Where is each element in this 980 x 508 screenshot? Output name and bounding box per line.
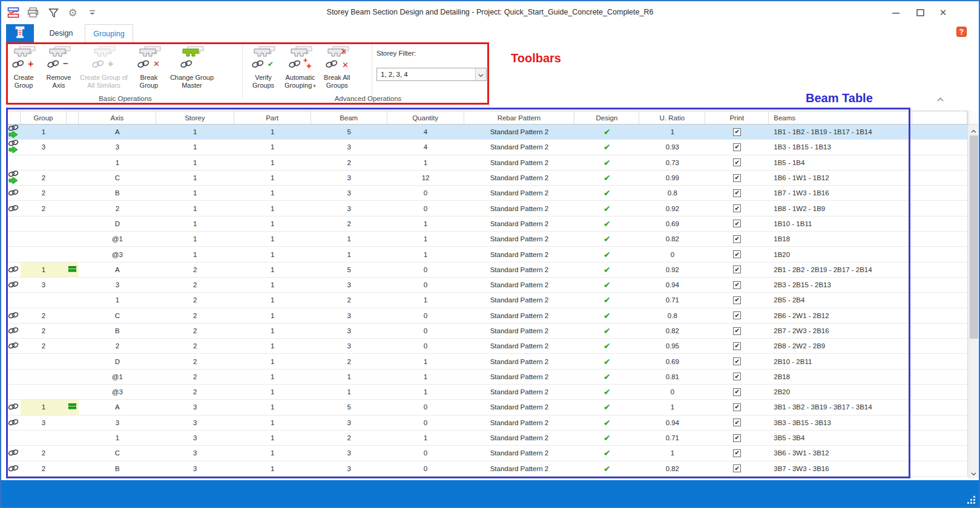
minimize-button[interactable]	[886, 5, 906, 21]
storey-filter-combobox[interactable]: 1, 2, 3, 4	[377, 68, 487, 81]
change-group-master-button[interactable]: Change GroupMaster	[169, 44, 215, 90]
table-row[interactable]: 221130Standard Pattern 2✔0.92✔1B8 - 1W2 …	[7, 201, 967, 216]
print-checkbox[interactable]: ✔	[733, 189, 741, 197]
column-header-eq[interactable]	[67, 111, 79, 124]
app-logo-icon[interactable]	[6, 6, 21, 19]
column-header-part[interactable]: Part	[234, 111, 311, 124]
column-header-storey[interactable]: Storey	[156, 111, 234, 124]
table-row[interactable]: @32111Standard Pattern 2✔0✔2B20	[7, 385, 967, 400]
column-header-print[interactable]: Print	[705, 111, 769, 124]
cell-beams: 3B1 - 3B2 - 3B19 - 3B17 - 3B14	[769, 400, 912, 414]
table-row[interactable]: 1 A3150Standard Pattern 2✔1✔3B1 - 3B2 - …	[7, 400, 967, 415]
resize-grip[interactable]	[967, 495, 975, 504]
column-header-beam[interactable]: Beam	[311, 111, 387, 124]
column-header-design[interactable]: Design	[574, 111, 639, 124]
column-header-quantity[interactable]: Quantity	[387, 111, 464, 124]
remove-axis-button[interactable]: −RemoveAxis	[44, 44, 74, 90]
table-row[interactable]: 331134Standard Pattern 2✔0.93✔1B3 - 1B15…	[7, 140, 967, 155]
print-checkbox[interactable]: ✔	[733, 250, 741, 258]
panel-collapse-chevron-icon[interactable]	[935, 95, 945, 103]
print-checkbox[interactable]: ✔	[733, 403, 741, 411]
print-checkbox[interactable]: ✔	[733, 418, 741, 426]
cell-design: ✔	[574, 400, 639, 414]
print-checkbox[interactable]: ✔	[733, 296, 741, 304]
print-checkbox[interactable]: ✔	[733, 143, 741, 151]
cell-rowicon	[7, 431, 21, 445]
maximize-button[interactable]	[910, 5, 930, 21]
table-row[interactable]: @12111Standard Pattern 2✔0.81✔2B18	[7, 370, 967, 385]
table-row[interactable]: D1121Standard Pattern 2✔0.69✔1B10 - 1B11	[7, 217, 967, 232]
table-row[interactable]: 2C2130Standard Pattern 2✔0.8✔2B6 - 2W1 -…	[7, 308, 967, 324]
cell-part: 1	[234, 431, 311, 445]
column-header-axis[interactable]: Axis	[79, 111, 156, 124]
help-button[interactable]: ?	[956, 27, 967, 37]
table-row[interactable]: 1 A2150Standard Pattern 2✔0.92✔2B1 - 2B2…	[7, 262, 967, 278]
table-row[interactable]: 2C3130Standard Pattern 2✔1✔3B6 - 3W1 - 3…	[7, 446, 967, 461]
vertical-scrollbar[interactable]	[968, 111, 978, 478]
table-row[interactable]: 12121Standard Pattern 2✔0.71✔2B5 - 2B4	[7, 293, 967, 308]
print-checkbox[interactable]: ✔	[733, 464, 741, 472]
print-checkbox[interactable]: ✔	[733, 281, 741, 289]
close-button[interactable]: ✕	[933, 5, 953, 21]
column-header-rowicon[interactable]	[7, 111, 21, 124]
print-checkbox[interactable]: ✔	[733, 174, 741, 182]
table-row[interactable]: 2B1130Standard Pattern 2✔0.8✔1B7 - 1W3 -…	[7, 186, 967, 201]
print-checkbox[interactable]: ✔	[733, 128, 741, 136]
table-row[interactable]: 13121Standard Pattern 2✔0.71✔3B5 - 3B4	[7, 431, 967, 446]
print-checkbox[interactable]: ✔	[733, 434, 741, 442]
print-checkbox[interactable]: ✔	[733, 204, 741, 212]
print-checkbox[interactable]: ✔	[733, 158, 741, 166]
app-menu-tab[interactable]	[6, 24, 34, 42]
filter-icon[interactable]	[46, 6, 61, 19]
tab-grouping[interactable]: Grouping	[85, 24, 133, 42]
toolbar-options-icon[interactable]	[87, 6, 97, 19]
table-row[interactable]: 2B2130Standard Pattern 2✔0.82✔2B7 - 2W3 …	[7, 324, 967, 339]
table-row[interactable]: 2C11312Standard Pattern 2✔0.99✔1B6 - 1W1…	[7, 171, 967, 186]
group-title-advanced: Advanced Operations	[247, 95, 489, 102]
cell-storey: 3	[156, 431, 234, 445]
print-checkbox[interactable]: ✔	[733, 220, 741, 227]
create-group-button[interactable]: +CreateGroup	[8, 44, 39, 90]
table-row[interactable]: D2121Standard Pattern 2✔0.69✔2B10 - 2B11	[7, 354, 967, 369]
print-checkbox[interactable]: ✔	[733, 311, 741, 319]
verify-groups-button[interactable]: ✔VerifyGroups	[248, 44, 278, 90]
column-header-extra[interactable]	[912, 111, 967, 124]
table-row[interactable]: 11121Standard Pattern 2✔0.73✔1B5 - 1B4	[7, 155, 967, 171]
print-checkbox[interactable]: ✔	[733, 342, 741, 350]
print-checkbox[interactable]: ✔	[733, 388, 741, 396]
automatic-grouping-button[interactable]: ++AutomaticGrouping▾	[283, 44, 317, 91]
break-all-groups-button[interactable]: ✕✕Break AllGroups	[322, 44, 352, 90]
scrollbar-thumb[interactable]	[970, 135, 978, 339]
table-row[interactable]: 332130Standard Pattern 2✔0.94✔2B3 - 2B15…	[7, 278, 967, 293]
table-row[interactable]: @31111Standard Pattern 2✔0✔1B20	[7, 247, 967, 262]
cell-rowicon	[7, 155, 21, 170]
table-row[interactable]: 333130Standard Pattern 2✔0.94✔3B3 - 3B15…	[7, 415, 967, 431]
column-header-beams[interactable]: Beams	[769, 111, 912, 124]
cell-u_ratio: 0.71	[639, 293, 705, 307]
scroll-up-button[interactable]	[969, 125, 978, 135]
table-row[interactable]: @11111Standard Pattern 2✔0.82✔1B18	[7, 232, 967, 247]
print-checkbox[interactable]: ✔	[733, 357, 741, 365]
break-group-button[interactable]: ✕BreakGroup	[134, 44, 164, 90]
scroll-down-button[interactable]	[969, 467, 978, 478]
combo-dropdown-button[interactable]	[475, 68, 486, 80]
settings-gear-icon[interactable]: ⚙	[65, 6, 80, 19]
design-pass-check-icon: ✔	[603, 448, 611, 458]
print-checkbox[interactable]: ✔	[733, 449, 741, 457]
print-checkbox[interactable]: ✔	[733, 265, 741, 273]
column-header-u_ratio[interactable]: U. Ratio	[639, 111, 705, 124]
group-member-chain-icon	[7, 449, 20, 457]
column-header-rebar_pattern[interactable]: Rebar Pattern	[464, 111, 575, 124]
tab-design[interactable]: Design	[41, 24, 81, 42]
table-row[interactable]: 2B3130Standard Pattern 2✔0.82✔3B7 - 3W3 …	[7, 461, 967, 477]
print-checkbox[interactable]: ✔	[733, 327, 741, 335]
design-pass-check-icon: ✔	[603, 295, 611, 305]
cell-extra	[912, 339, 967, 353]
print-icon[interactable]	[25, 6, 40, 19]
column-header-group[interactable]: Group	[21, 111, 67, 124]
table-row[interactable]: 222130Standard Pattern 2✔0.95✔2B8 - 2W2 …	[7, 339, 967, 354]
cell-storey: 2	[156, 293, 234, 307]
table-row[interactable]: 1A1154Standard Pattern 2✔1✔1B1 - 1B2 - 1…	[7, 125, 967, 140]
print-checkbox[interactable]: ✔	[733, 235, 741, 243]
print-checkbox[interactable]: ✔	[733, 373, 741, 380]
